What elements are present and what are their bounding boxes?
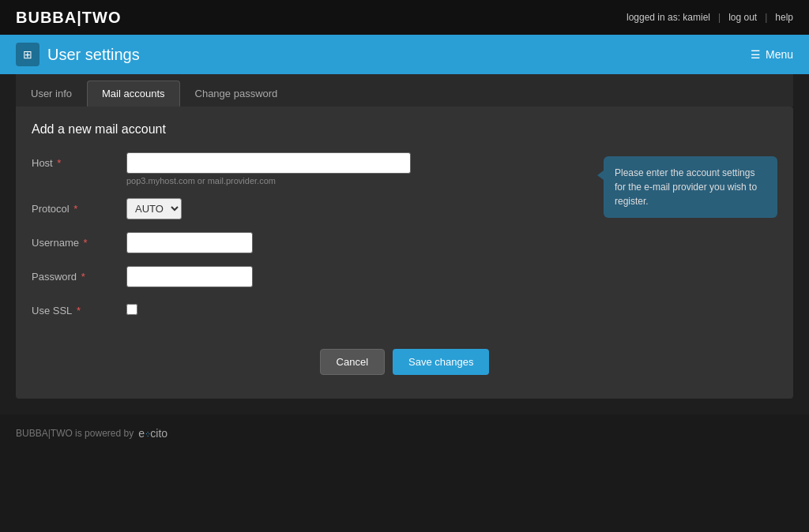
ssl-required: * [73, 305, 81, 317]
username-input[interactable] [126, 232, 253, 253]
tooltip-text: Please enter the account settings for th… [615, 167, 757, 207]
save-button[interactable]: Save changes [393, 349, 489, 375]
ssl-row: Use SSL * [32, 300, 588, 317]
cancel-button[interactable]: Cancel [320, 349, 385, 375]
host-label: Host * [32, 152, 126, 169]
form-fields: Host * pop3.myhost.com or mail.provider.… [32, 152, 588, 330]
settings-icon: ⊞ [23, 48, 32, 61]
password-label: Password * [32, 266, 126, 283]
ssl-checkbox[interactable] [126, 304, 137, 315]
tabs-container: User info Mail accounts Change password [16, 74, 793, 107]
password-required: * [78, 271, 85, 283]
logout-link[interactable]: log out [728, 12, 757, 23]
host-required: * [55, 157, 62, 169]
excito-cito: cito [150, 427, 167, 440]
content-area: User info Mail accounts Change password … [0, 74, 809, 414]
username-required: * [81, 237, 88, 249]
title-area: ⊞ User settings [16, 43, 140, 66]
menu-button[interactable]: ☰ Menu [751, 48, 793, 61]
help-link[interactable]: help [775, 12, 793, 23]
tooltip-box: Please enter the account settings for th… [604, 156, 777, 218]
excito-e: e [138, 427, 145, 440]
form-panel: Add a new mail account Host * pop3.myhos… [16, 107, 793, 399]
excito-dots: ·:· [145, 429, 149, 438]
tab-change-password[interactable]: Change password [180, 81, 293, 107]
host-row: Host * pop3.myhost.com or mail.provider.… [32, 152, 588, 185]
menu-label: Menu [766, 48, 793, 61]
ssl-control [126, 300, 588, 317]
form-title: Add a new mail account [32, 122, 777, 137]
menu-icon: ☰ [751, 48, 761, 61]
form-body: Host * pop3.myhost.com or mail.provider.… [32, 152, 777, 330]
footer: BUBBA|TWO is powered by e ·:· cito [0, 414, 809, 452]
divider-2: | [765, 12, 767, 23]
protocol-row: Protocol * AUTO POP3 IMAP [32, 198, 588, 219]
protocol-select[interactable]: AUTO POP3 IMAP [126, 198, 182, 219]
username-label: Username * [32, 232, 126, 249]
ssl-label: Use SSL * [32, 300, 126, 317]
protocol-control: AUTO POP3 IMAP [126, 198, 588, 219]
tab-user-info[interactable]: User info [16, 81, 87, 107]
password-control [126, 266, 588, 287]
top-nav: logged in as: kamiel | log out | help [627, 12, 793, 23]
logged-in-text: logged in as: kamiel [627, 12, 710, 23]
password-input[interactable] [126, 266, 253, 287]
header-bar: ⊞ User settings ☰ Menu [0, 35, 809, 74]
protocol-required: * [71, 203, 78, 215]
host-hint: pop3.myhost.com or mail.provider.com [126, 176, 588, 185]
powered-by-text: BUBBA|TWO is powered by [16, 428, 134, 439]
page-title: User settings [47, 46, 140, 64]
tab-mail-accounts[interactable]: Mail accounts [87, 81, 179, 107]
settings-icon-box: ⊞ [16, 43, 40, 66]
divider-1: | [718, 12, 721, 23]
protocol-label: Protocol * [32, 198, 126, 215]
password-row: Password * [32, 266, 588, 287]
host-input[interactable] [126, 152, 411, 174]
username-control [126, 232, 588, 253]
topbar: BUBBA|TWO logged in as: kamiel | log out… [0, 0, 809, 35]
username-row: Username * [32, 232, 588, 253]
form-actions: Cancel Save changes [32, 349, 777, 375]
logo: BUBBA|TWO [16, 9, 121, 27]
excito-logo: e ·:· cito [138, 427, 167, 440]
host-control: pop3.myhost.com or mail.provider.com [126, 152, 588, 185]
